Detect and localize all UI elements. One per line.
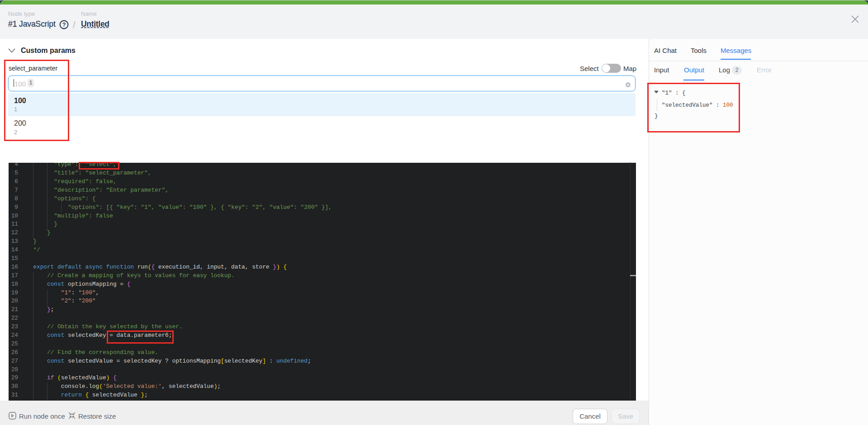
svg-text:?: ? (62, 22, 66, 28)
